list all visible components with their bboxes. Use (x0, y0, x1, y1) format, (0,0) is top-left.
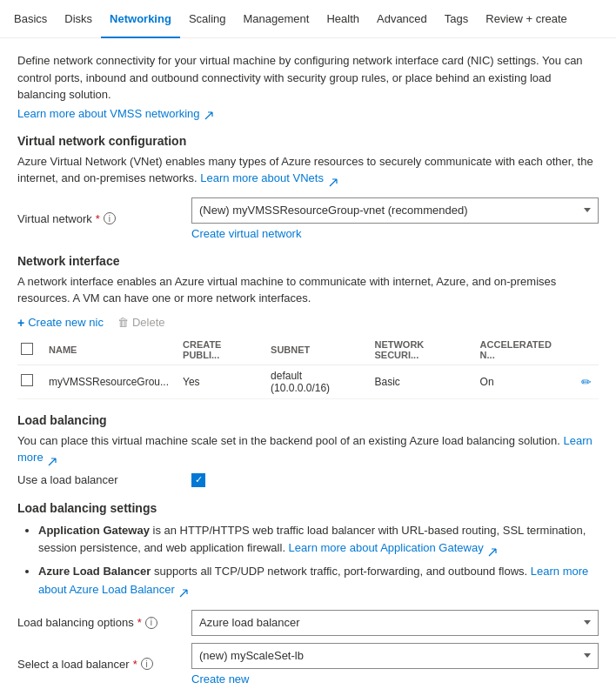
row-name: myVMSSResourceGrou... (42, 365, 176, 398)
edit-icon[interactable]: ✏ (581, 375, 592, 389)
lb-options-dropdown[interactable]: Azure load balancer (191, 610, 599, 636)
nav-item-tags[interactable]: Tags (436, 0, 477, 38)
external-link-icon-vnet (329, 175, 338, 184)
nav-item-health[interactable]: Health (318, 0, 368, 38)
use-lb-label: Use a load balancer (17, 473, 191, 486)
select-lb-label: Select a load balancer * i (17, 658, 191, 671)
virtual-network-info-icon[interactable]: i (104, 212, 116, 224)
col-actions (574, 335, 599, 365)
nav-item-review-create[interactable]: Review + create (477, 0, 576, 38)
select-lb-row: Select a load balancer * i (new) myScale… (17, 643, 599, 686)
nav-item-management[interactable]: Management (235, 0, 318, 38)
nav-item-basics[interactable]: Basics (14, 0, 56, 38)
lb-options-control: Azure load balancer (191, 610, 599, 636)
chevron-down-icon-slb (584, 653, 591, 658)
row-network-security: Basic (367, 365, 472, 398)
delete-icon: 🗑 (117, 316, 129, 329)
row-checkbox-cell (17, 365, 42, 398)
chevron-down-icon-lb (584, 620, 591, 625)
nav-item-advanced[interactable]: Advanced (368, 0, 436, 38)
nic-table: NAME CREATE PUBLI... SUBNET NETWORK SECU… (17, 335, 599, 399)
lb-description: You can place this virtual machine scale… (17, 432, 599, 466)
lb-options-required: * (137, 616, 142, 629)
row-accelerated: On (473, 365, 574, 398)
external-link-icon-alb (179, 585, 188, 594)
chevron-down-icon (584, 208, 591, 212)
table-row: myVMSSResourceGrou... Yes default (10.0.… (17, 365, 599, 398)
nic-table-head: NAME CREATE PUBLI... SUBNET NETWORK SECU… (17, 335, 599, 365)
lb-heading: Load balancing (17, 413, 599, 427)
row-checkbox[interactable] (21, 374, 33, 386)
bullet-azure-lb: Azure Load Balancer supports all TCP/UDP… (38, 563, 599, 599)
nic-description: A network interface enables an Azure vir… (17, 273, 599, 307)
external-link-icon (204, 110, 213, 118)
lb-options-row: Load balancing options * i Azure load ba… (17, 610, 599, 636)
required-indicator: * (96, 212, 100, 225)
delete-nic-button[interactable]: 🗑 Delete (117, 316, 165, 329)
virtual-network-dropdown[interactable]: (New) myVMSSResourceGroup-vnet (recommen… (191, 197, 599, 224)
bullet-app-gateway: Application Gateway is an HTTP/HTTPS web… (38, 522, 599, 559)
plus-icon: + (17, 316, 24, 330)
create-vnet-link-wrap: Create virtual network (191, 227, 599, 240)
virtual-network-row: Virtual network * i (New) myVMSSResource… (17, 197, 599, 240)
vnet-learn-more-link[interactable]: Learn more about VNets (200, 171, 337, 184)
virtual-network-label: Virtual network * i (17, 212, 191, 225)
lb-settings-heading: Load balancing settings (17, 501, 599, 515)
vnet-config-description: Azure Virtual Network (VNet) enables man… (17, 153, 599, 187)
col-accelerated: ACCELERATED N... (473, 335, 574, 365)
col-subnet: SUBNET (264, 335, 367, 365)
azure-lb-label: Azure Load Balancer (38, 565, 151, 578)
col-create-public: CREATE PUBLI... (176, 335, 264, 365)
col-network-security: NETWORK SECURI... (367, 335, 472, 365)
create-lb-link-wrap: Create new (191, 672, 599, 686)
lb-options-label: Load balancing options * i (17, 616, 191, 629)
nic-toolbar: + Create new nic 🗑 Delete (17, 316, 599, 330)
row-create-public: Yes (176, 365, 264, 398)
select-lb-dropdown[interactable]: (new) myScaleSet-lb (191, 643, 599, 669)
create-vnet-link[interactable]: Create virtual network (191, 227, 301, 240)
col-name: NAME (42, 335, 176, 365)
main-content: Define network connectivity for your vir… (0, 38, 616, 689)
vnet-config-heading: Virtual network configuration (17, 134, 599, 148)
select-all-checkbox[interactable] (21, 343, 33, 355)
external-link-icon-lb (48, 454, 57, 463)
col-checkbox (17, 335, 42, 365)
nic-table-body: myVMSSResourceGrou... Yes default (10.0.… (17, 365, 599, 398)
nav-item-disks[interactable]: Disks (56, 0, 101, 38)
nic-heading: Network interface (17, 254, 599, 268)
row-subnet: default (10.0.0.0/16) (264, 365, 367, 398)
select-lb-control: (new) myScaleSet-lb Create new (191, 643, 599, 686)
app-gateway-label: Application Gateway (38, 524, 150, 537)
virtual-network-control: (New) myVMSSResourceGroup-vnet (recommen… (191, 197, 599, 240)
lb-bullets: Application Gateway is an HTTP/HTTPS web… (17, 522, 599, 599)
nav-item-networking[interactable]: Networking (101, 0, 180, 38)
use-lb-checkbox[interactable] (191, 473, 205, 487)
row-edit-cell: ✏ (574, 365, 599, 398)
create-lb-link[interactable]: Create new (191, 672, 249, 686)
use-lb-row: Use a load balancer (17, 473, 599, 487)
select-lb-required: * (133, 658, 137, 671)
intro-description: Define network connectivity for your vir… (17, 52, 599, 104)
create-new-nic-button[interactable]: + Create new nic (17, 316, 104, 330)
app-gateway-link[interactable]: Learn more about Application Gateway (289, 541, 498, 554)
lb-options-info-icon[interactable]: i (145, 617, 157, 629)
nav-item-scaling[interactable]: Scaling (180, 0, 235, 38)
vmss-networking-link[interactable]: Learn more about VMSS networking (17, 107, 213, 120)
top-nav: Basics Disks Networking Scaling Manageme… (0, 0, 616, 38)
external-link-icon-ag (488, 545, 497, 553)
select-lb-info-icon[interactable]: i (141, 658, 153, 670)
